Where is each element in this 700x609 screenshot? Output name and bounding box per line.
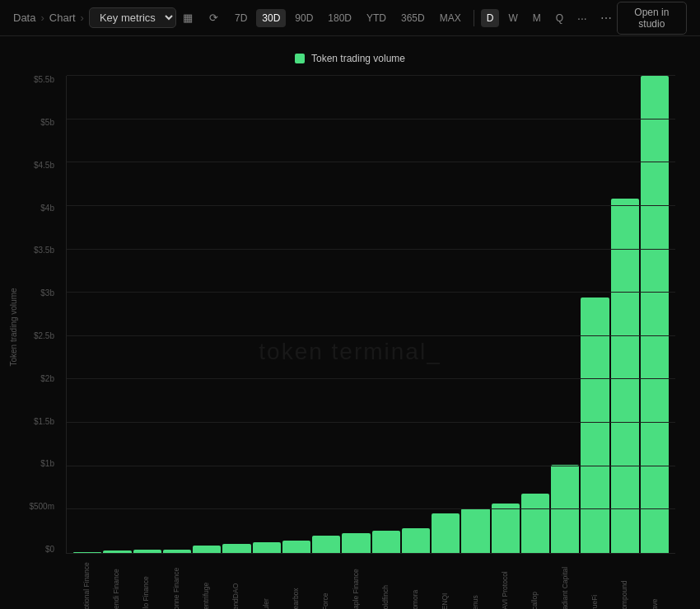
bar-wrapper [432, 76, 460, 553]
period-max[interactable]: MAX [434, 9, 467, 27]
x-label-wrapper: dForce [311, 557, 339, 609]
x-label-wrapper: Notional Finance [72, 557, 100, 609]
bar[interactable] [402, 528, 430, 553]
grid-line [67, 466, 675, 466]
x-label-wrapper: Silo Finance [133, 557, 161, 609]
grid-line [67, 335, 675, 336]
more-options-icon[interactable]: ··· [572, 8, 592, 28]
bar[interactable] [73, 552, 101, 553]
bars-container [67, 76, 675, 553]
bar[interactable] [641, 76, 669, 553]
x-axis-label: dForce [322, 557, 329, 609]
bar[interactable] [103, 550, 131, 553]
x-axis-label: BENQI [441, 557, 449, 609]
bar[interactable] [312, 536, 340, 553]
gran-w[interactable]: W [502, 9, 523, 27]
x-axis-label: TrueFi [591, 557, 599, 609]
grid-line [67, 249, 675, 250]
x-axis-label: Gearbox [292, 557, 300, 609]
x-label-wrapper: TrueFi [581, 557, 609, 609]
bar[interactable] [521, 494, 549, 553]
x-label-wrapper: Scallop [520, 557, 548, 609]
period-30d[interactable]: 30D [256, 9, 286, 27]
bar[interactable] [193, 546, 221, 553]
x-label-wrapper: NAVI Protocol [491, 557, 519, 609]
x-label-wrapper: Venus [461, 557, 489, 609]
bar[interactable] [282, 541, 310, 553]
y-axis-label: $4.5b [34, 162, 54, 170]
period-90d[interactable]: 90D [289, 9, 319, 27]
bar[interactable] [611, 199, 639, 553]
grid-line [67, 119, 675, 119]
legend-color [295, 54, 305, 63]
y-axis-label: $4b [40, 204, 54, 213]
x-label-wrapper: Mendi Finance [102, 557, 130, 609]
chart-type-icon[interactable]: ▦ [176, 7, 199, 30]
extra-options-icon[interactable]: ⋯ [595, 8, 617, 28]
bar[interactable] [253, 542, 281, 553]
bar-wrapper [282, 76, 310, 553]
chart-area: Token trading volume token terminal_ $0$… [0, 36, 700, 609]
bar[interactable] [133, 550, 161, 553]
x-axis-label: Aave [651, 557, 659, 609]
gran-m[interactable]: M [527, 9, 547, 27]
bar-wrapper [163, 76, 191, 553]
bar-wrapper [103, 76, 131, 553]
gran-q[interactable]: Q [550, 9, 569, 27]
legend-label: Token trading volume [311, 53, 405, 64]
bar[interactable] [461, 508, 489, 553]
bar-wrapper [342, 76, 370, 553]
grid-line [67, 422, 675, 423]
period-7d[interactable]: 7D [229, 9, 253, 27]
x-label-wrapper: Aave [641, 557, 669, 609]
y-axis-label: $2.5b [34, 332, 54, 340]
key-metrics-select[interactable]: Key metrics [89, 7, 176, 28]
bar-wrapper [492, 76, 520, 553]
bar-wrapper [641, 76, 669, 553]
breadcrumb-sep2: › [81, 12, 84, 24]
x-axis-label: BendDAO [232, 557, 240, 609]
chart-container: token terminal_ $0$500m$1b$1.5b$2b$2.5b$… [16, 76, 684, 579]
grid-line [67, 378, 675, 379]
period-365d[interactable]: 365D [395, 9, 431, 27]
y-axis-label: $1b [40, 460, 54, 468]
grid-line [67, 205, 675, 206]
bar-wrapper [521, 76, 549, 553]
bar[interactable] [163, 550, 191, 553]
bar[interactable] [372, 531, 400, 553]
y-axis-title: Token trading volume [9, 288, 18, 366]
top-nav: Data › Chart › Key metrics ▦ ⟳ 7D 30D 90… [0, 0, 700, 36]
bar[interactable] [342, 533, 370, 553]
x-axis-label: Euler [263, 557, 270, 609]
period-180d[interactable]: 180D [322, 9, 357, 27]
open-studio-button[interactable]: Open in studio [617, 2, 687, 35]
bar-wrapper [312, 76, 340, 553]
y-axis-label: $500m [29, 503, 54, 511]
bar-wrapper [611, 76, 639, 553]
x-label-wrapper: Goldfinch [371, 557, 399, 609]
bar[interactable] [222, 544, 250, 553]
x-axis-label: Sonne Finance [173, 557, 180, 609]
bar-wrapper [551, 76, 579, 553]
bar[interactable] [432, 513, 460, 553]
bar-wrapper [193, 76, 221, 553]
x-axis-label: Goldfinch [382, 557, 390, 609]
history-icon[interactable]: ⟳ [203, 7, 226, 30]
x-label-wrapper: Gearbox [282, 557, 310, 609]
x-axis-label: Centrifuge [203, 557, 210, 609]
y-axis-label: $1.5b [34, 418, 54, 426]
x-axis-label: Silo Finance [142, 557, 150, 609]
breadcrumb: Data › Chart › Key metrics [13, 7, 176, 28]
x-axis-label: Maple Finance [352, 557, 360, 609]
grid-line [67, 162, 675, 162]
x-label-wrapper: BendDAO [222, 557, 250, 609]
x-axis: Notional FinanceMendi FinanceSilo Financ… [66, 554, 675, 579]
chart-legend: Token trading volume [16, 53, 684, 64]
grid-line [67, 508, 675, 509]
breadcrumb-sep1: › [40, 12, 44, 24]
bar-wrapper [73, 76, 101, 553]
period-ytd[interactable]: YTD [361, 9, 392, 27]
y-axis-label: $2b [40, 375, 54, 383]
gran-d[interactable]: D [481, 9, 500, 27]
bar[interactable] [492, 504, 520, 553]
